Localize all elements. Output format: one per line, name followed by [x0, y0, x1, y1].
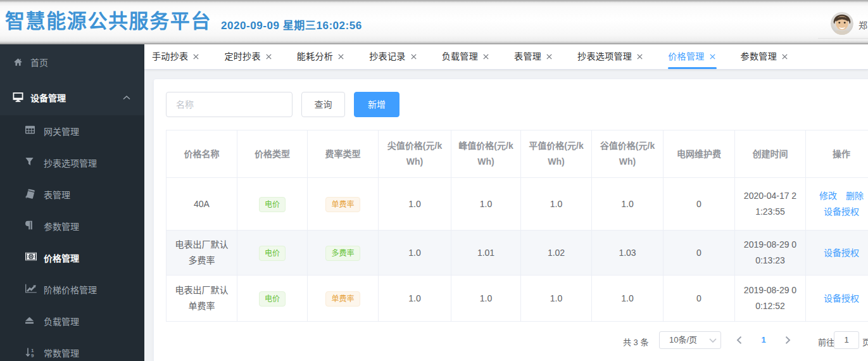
- svg-text:9: 9: [31, 353, 34, 358]
